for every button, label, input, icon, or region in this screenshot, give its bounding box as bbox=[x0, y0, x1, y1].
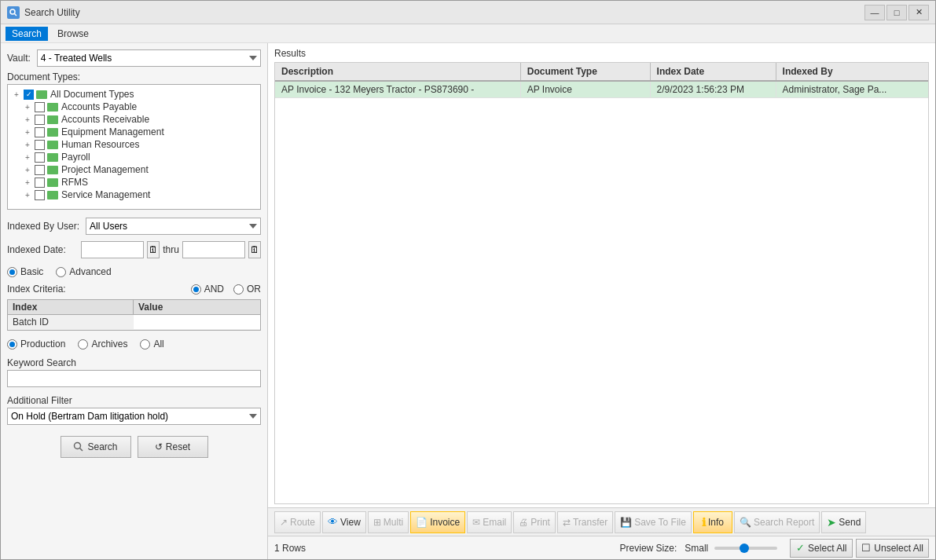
radio-all[interactable]: All bbox=[140, 339, 163, 350]
reset-button[interactable]: ↺ Reset bbox=[138, 436, 208, 458]
checkbox-pay[interactable] bbox=[35, 152, 45, 163]
preview-slider[interactable] bbox=[714, 547, 777, 550]
tree-item-ar[interactable]: + Accounts Receivable bbox=[11, 113, 257, 126]
unselect-all-label: Unselect All bbox=[874, 543, 923, 554]
maximize-button[interactable]: □ bbox=[886, 5, 907, 20]
tree-label-sm: Service Management bbox=[61, 189, 150, 200]
date-to-calendar-button[interactable]: 🗓 bbox=[248, 241, 261, 258]
tree-label-ap: Accounts Payable bbox=[61, 101, 137, 112]
tree-item-em[interactable]: + Equipment Management bbox=[11, 126, 257, 138]
results-col-description[interactable]: Description bbox=[275, 63, 521, 80]
criteria-table: Index Value Batch ID bbox=[7, 299, 261, 331]
results-col-doctype[interactable]: Document Type bbox=[521, 63, 651, 80]
radio-production[interactable]: Production bbox=[7, 339, 65, 350]
svg-point-0 bbox=[10, 9, 15, 14]
radio-and[interactable]: AND bbox=[191, 284, 224, 295]
criteria-row-0[interactable]: Batch ID bbox=[8, 315, 260, 330]
radio-basic[interactable]: Basic bbox=[7, 266, 43, 277]
view-label: View bbox=[340, 517, 361, 528]
tree-item-pay[interactable]: + Payroll bbox=[11, 151, 257, 163]
right-panel: Results Description Document Type Index … bbox=[268, 43, 935, 559]
vault-row: Vault: 4 - Treated Wells 1 - Default 2 -… bbox=[7, 49, 261, 67]
radio-advanced[interactable]: Advanced bbox=[56, 266, 111, 277]
vault-select[interactable]: 4 - Treated Wells 1 - Default 2 - Archiv… bbox=[37, 49, 261, 67]
select-all-button[interactable]: ✓ Select All bbox=[790, 539, 853, 558]
results-body: AP Invoice - 132 Meyers Tractor - PS8736… bbox=[275, 82, 928, 499]
multi-button[interactable]: ⊞ Multi bbox=[368, 511, 409, 533]
menu-search[interactable]: Search bbox=[6, 27, 48, 41]
transfer-button[interactable]: ⇄ Transfer bbox=[557, 511, 613, 533]
radio-production-circle bbox=[7, 339, 17, 350]
checkbox-ap[interactable] bbox=[35, 102, 45, 112]
invoice-button[interactable]: 📄 Invoice bbox=[410, 511, 465, 533]
close-button[interactable]: ✕ bbox=[908, 5, 929, 20]
search-report-button[interactable]: 🔍 Search Report bbox=[734, 511, 820, 533]
app-icon bbox=[7, 6, 20, 19]
view-button[interactable]: 👁 View bbox=[322, 511, 366, 533]
radio-or[interactable]: OR bbox=[233, 284, 261, 295]
results-col-indexed[interactable]: Indexed By bbox=[776, 63, 928, 80]
checkbox-hr[interactable] bbox=[35, 140, 45, 150]
info-icon: ℹ bbox=[702, 516, 706, 529]
date-to-input[interactable] bbox=[182, 241, 245, 258]
criteria-col-value: Value bbox=[134, 300, 260, 314]
date-from-calendar-button[interactable]: 🗓 bbox=[147, 241, 160, 258]
expand-em[interactable]: + bbox=[22, 126, 33, 137]
checkbox-all[interactable] bbox=[24, 90, 34, 100]
indexed-by-select[interactable]: All Users Administrator bbox=[86, 218, 261, 235]
minimize-button[interactable]: — bbox=[864, 5, 885, 20]
tree-item-pm[interactable]: + Project Management bbox=[11, 163, 257, 176]
title-bar: Search Utility — □ ✕ bbox=[1, 1, 935, 24]
checkbox-rfms[interactable] bbox=[35, 178, 45, 188]
search-button[interactable]: Search bbox=[61, 436, 131, 458]
info-button[interactable]: ℹ Info bbox=[693, 511, 732, 533]
search-mode-row: Basic Advanced bbox=[7, 266, 261, 277]
checkbox-sm[interactable] bbox=[35, 190, 45, 200]
expand-pm[interactable]: + bbox=[22, 164, 33, 175]
tree-item-sm[interactable]: + Service Management bbox=[11, 188, 257, 201]
tree-item-all[interactable]: + All Document Types bbox=[11, 88, 257, 101]
window-title: Search Utility bbox=[24, 7, 864, 18]
save-to-file-button[interactable]: 💾 Save To File bbox=[615, 511, 692, 533]
route-button[interactable]: ↗ Route bbox=[274, 511, 321, 533]
email-button[interactable]: ✉ Email bbox=[467, 511, 512, 533]
send-button[interactable]: ➤ Send bbox=[821, 511, 866, 533]
tree-item-ap[interactable]: + Accounts Payable bbox=[11, 101, 257, 113]
checkbox-ar[interactable] bbox=[35, 115, 45, 125]
expand-ap[interactable]: + bbox=[22, 101, 33, 112]
send-icon: ➤ bbox=[827, 516, 836, 529]
print-button[interactable]: 🖨 Print bbox=[513, 511, 556, 533]
checkbox-pm[interactable] bbox=[35, 165, 45, 175]
reset-icon: ↺ bbox=[155, 441, 163, 452]
preview-size-label: Preview Size: Small bbox=[620, 543, 709, 554]
keyword-input[interactable] bbox=[7, 370, 261, 387]
tree-item-rfms[interactable]: + RFMS bbox=[11, 176, 257, 188]
results-col-date[interactable]: Index Date bbox=[651, 63, 776, 80]
expand-rfms[interactable]: + bbox=[22, 177, 33, 188]
folder-icon-pay bbox=[47, 153, 58, 162]
menu-browse[interactable]: Browse bbox=[51, 27, 95, 41]
unselect-all-button[interactable]: ☐ Unselect All bbox=[856, 539, 929, 558]
keyword-label: Keyword Search bbox=[7, 357, 261, 368]
table-row[interactable]: AP Invoice - 132 Meyers Tractor - PS8736… bbox=[275, 82, 928, 98]
radio-archives[interactable]: Archives bbox=[78, 339, 127, 350]
tree-item-hr[interactable]: + Human Resources bbox=[11, 138, 257, 151]
vault-label: Vault: bbox=[7, 53, 31, 64]
radio-all-label: All bbox=[153, 339, 163, 350]
index-criteria-row: Index Criteria: AND OR bbox=[7, 284, 261, 295]
results-label: Results bbox=[268, 43, 935, 62]
expand-sm[interactable]: + bbox=[22, 189, 33, 200]
slider-thumb[interactable] bbox=[740, 544, 749, 553]
doc-types-box[interactable]: + All Document Types + Accounts Payable bbox=[7, 84, 261, 210]
window-controls: — □ ✕ bbox=[864, 5, 929, 20]
expand-pay[interactable]: + bbox=[22, 152, 33, 163]
date-from-input[interactable] bbox=[81, 241, 144, 258]
criteria-value-0[interactable] bbox=[134, 315, 260, 329]
results-header: Description Document Type Index Date Ind… bbox=[275, 63, 928, 82]
filter-select[interactable]: On Hold (Bertram Dam litigation hold) No… bbox=[7, 408, 261, 425]
expand-ar[interactable]: + bbox=[22, 114, 33, 125]
expand-hr[interactable]: + bbox=[22, 139, 33, 150]
checkbox-em[interactable] bbox=[35, 127, 45, 137]
expand-all[interactable]: + bbox=[11, 89, 22, 100]
additional-filter-section: Additional Filter On Hold (Bertram Dam l… bbox=[7, 392, 261, 425]
